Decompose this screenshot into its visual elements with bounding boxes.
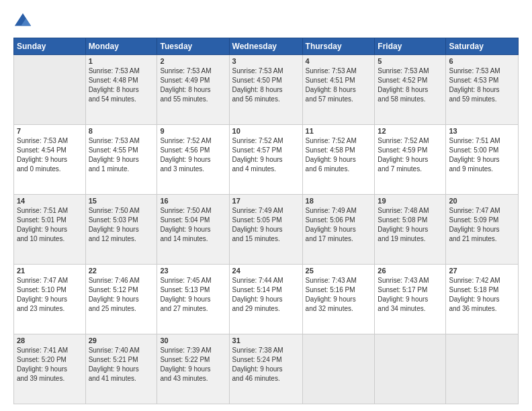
day-number: 14	[17, 197, 83, 205]
day-number: 26	[378, 267, 443, 275]
calendar-cell	[14, 55, 86, 125]
day-info: Sunrise: 7:39 AM Sunset: 5:22 PM Dayligh…	[160, 346, 226, 383]
day-info: Sunrise: 7:52 AM Sunset: 4:58 PM Dayligh…	[306, 136, 372, 174]
day-number: 19	[378, 197, 443, 205]
day-number: 11	[306, 127, 372, 135]
day-info: Sunrise: 7:50 AM Sunset: 5:03 PM Dayligh…	[89, 206, 154, 244]
day-info: Sunrise: 7:49 AM Sunset: 5:05 PM Dayligh…	[232, 206, 300, 244]
day-number: 17	[232, 197, 300, 205]
day-number: 18	[306, 197, 372, 205]
day-number: 8	[89, 127, 154, 135]
day-number: 27	[449, 267, 515, 275]
calendar-cell: 12Sunrise: 7:52 AM Sunset: 4:59 PM Dayli…	[375, 125, 446, 195]
day-info: Sunrise: 7:40 AM Sunset: 5:21 PM Dayligh…	[89, 346, 154, 383]
logo	[13, 12, 35, 31]
day-number: 20	[449, 197, 515, 205]
day-number: 30	[160, 336, 226, 345]
calendar-cell: 27Sunrise: 7:42 AM Sunset: 5:18 PM Dayli…	[446, 265, 519, 334]
calendar-body: 1Sunrise: 7:53 AM Sunset: 4:48 PM Daylig…	[14, 55, 519, 404]
calendar-cell: 25Sunrise: 7:43 AM Sunset: 5:16 PM Dayli…	[302, 265, 375, 334]
day-number: 25	[306, 267, 372, 275]
day-number: 21	[17, 267, 83, 275]
day-info: Sunrise: 7:52 AM Sunset: 4:59 PM Dayligh…	[378, 136, 443, 174]
day-info: Sunrise: 7:53 AM Sunset: 4:48 PM Dayligh…	[89, 66, 154, 104]
day-number: 9	[160, 127, 226, 135]
day-info: Sunrise: 7:48 AM Sunset: 5:08 PM Dayligh…	[378, 206, 443, 244]
day-number: 7	[17, 127, 83, 135]
day-info: Sunrise: 7:41 AM Sunset: 5:20 PM Dayligh…	[17, 346, 83, 383]
day-info: Sunrise: 7:47 AM Sunset: 5:09 PM Dayligh…	[449, 206, 515, 244]
calendar-week-row: 7Sunrise: 7:53 AM Sunset: 4:54 PM Daylig…	[14, 125, 519, 195]
calendar-week-row: 28Sunrise: 7:41 AM Sunset: 5:20 PM Dayli…	[14, 334, 519, 404]
calendar-cell	[375, 334, 446, 404]
day-number: 15	[89, 197, 154, 205]
day-info: Sunrise: 7:53 AM Sunset: 4:49 PM Dayligh…	[160, 66, 226, 104]
day-info: Sunrise: 7:43 AM Sunset: 5:17 PM Dayligh…	[378, 276, 443, 314]
day-number: 29	[89, 336, 154, 345]
day-info: Sunrise: 7:51 AM Sunset: 5:00 PM Dayligh…	[449, 136, 515, 174]
day-info: Sunrise: 7:50 AM Sunset: 5:04 PM Dayligh…	[160, 206, 226, 244]
day-info: Sunrise: 7:43 AM Sunset: 5:16 PM Dayligh…	[306, 276, 372, 314]
day-number: 24	[232, 267, 300, 275]
calendar-cell: 30Sunrise: 7:39 AM Sunset: 5:22 PM Dayli…	[157, 334, 229, 404]
logo-icon	[13, 12, 32, 31]
calendar-cell: 11Sunrise: 7:52 AM Sunset: 4:58 PM Dayli…	[302, 125, 375, 195]
day-number: 13	[449, 127, 515, 135]
calendar-cell: 6Sunrise: 7:53 AM Sunset: 4:53 PM Daylig…	[446, 55, 519, 125]
calendar-cell: 4Sunrise: 7:53 AM Sunset: 4:51 PM Daylig…	[302, 55, 375, 125]
day-number: 5	[378, 57, 443, 65]
calendar-cell: 26Sunrise: 7:43 AM Sunset: 5:17 PM Dayli…	[375, 265, 446, 334]
weekday-header: Sunday	[14, 38, 86, 55]
calendar-cell: 13Sunrise: 7:51 AM Sunset: 5:00 PM Dayli…	[446, 125, 519, 195]
weekday-header: Friday	[375, 38, 446, 55]
calendar-cell: 9Sunrise: 7:52 AM Sunset: 4:56 PM Daylig…	[157, 125, 229, 195]
calendar-cell: 7Sunrise: 7:53 AM Sunset: 4:54 PM Daylig…	[14, 125, 86, 195]
calendar-cell: 10Sunrise: 7:52 AM Sunset: 4:57 PM Dayli…	[229, 125, 302, 195]
calendar-cell: 18Sunrise: 7:49 AM Sunset: 5:06 PM Dayli…	[302, 195, 375, 265]
calendar-cell: 28Sunrise: 7:41 AM Sunset: 5:20 PM Dayli…	[14, 334, 86, 404]
calendar-cell: 3Sunrise: 7:53 AM Sunset: 4:50 PM Daylig…	[229, 55, 302, 125]
day-number: 1	[89, 57, 154, 65]
day-number: 22	[89, 267, 154, 275]
weekday-header: Saturday	[446, 38, 519, 55]
day-info: Sunrise: 7:49 AM Sunset: 5:06 PM Dayligh…	[306, 206, 372, 244]
day-number: 4	[306, 57, 372, 65]
day-number: 12	[378, 127, 443, 135]
weekday-header: Wednesday	[229, 38, 302, 55]
calendar-cell: 29Sunrise: 7:40 AM Sunset: 5:21 PM Dayli…	[85, 334, 157, 404]
calendar-week-row: 21Sunrise: 7:47 AM Sunset: 5:10 PM Dayli…	[14, 265, 519, 334]
calendar-header-row: SundayMondayTuesdayWednesdayThursdayFrid…	[14, 38, 519, 55]
day-info: Sunrise: 7:53 AM Sunset: 4:51 PM Dayligh…	[306, 66, 372, 104]
day-info: Sunrise: 7:52 AM Sunset: 4:56 PM Dayligh…	[160, 136, 226, 174]
day-info: Sunrise: 7:45 AM Sunset: 5:13 PM Dayligh…	[160, 276, 226, 314]
calendar-week-row: 1Sunrise: 7:53 AM Sunset: 4:48 PM Daylig…	[14, 55, 519, 125]
calendar-cell: 31Sunrise: 7:38 AM Sunset: 5:24 PM Dayli…	[229, 334, 302, 404]
weekday-header: Thursday	[302, 38, 375, 55]
calendar-cell: 14Sunrise: 7:51 AM Sunset: 5:01 PM Dayli…	[14, 195, 86, 265]
calendar-cell: 19Sunrise: 7:48 AM Sunset: 5:08 PM Dayli…	[375, 195, 446, 265]
day-info: Sunrise: 7:53 AM Sunset: 4:50 PM Dayligh…	[232, 66, 300, 104]
weekday-header: Monday	[85, 38, 157, 55]
calendar-cell: 24Sunrise: 7:44 AM Sunset: 5:14 PM Dayli…	[229, 265, 302, 334]
day-number: 31	[232, 336, 300, 345]
day-number: 10	[232, 127, 300, 135]
calendar-cell: 16Sunrise: 7:50 AM Sunset: 5:04 PM Dayli…	[157, 195, 229, 265]
day-number: 3	[232, 57, 300, 65]
day-info: Sunrise: 7:53 AM Sunset: 4:54 PM Dayligh…	[17, 136, 83, 174]
calendar-cell: 17Sunrise: 7:49 AM Sunset: 5:05 PM Dayli…	[229, 195, 302, 265]
weekday-header: Tuesday	[157, 38, 229, 55]
calendar-cell: 22Sunrise: 7:46 AM Sunset: 5:12 PM Dayli…	[85, 265, 157, 334]
day-number: 28	[17, 336, 83, 345]
day-number: 2	[160, 57, 226, 65]
day-info: Sunrise: 7:42 AM Sunset: 5:18 PM Dayligh…	[449, 276, 515, 314]
calendar-cell	[302, 334, 375, 404]
day-info: Sunrise: 7:44 AM Sunset: 5:14 PM Dayligh…	[232, 276, 300, 314]
day-info: Sunrise: 7:38 AM Sunset: 5:24 PM Dayligh…	[232, 346, 300, 383]
calendar-cell: 15Sunrise: 7:50 AM Sunset: 5:03 PM Dayli…	[85, 195, 157, 265]
calendar-cell: 2Sunrise: 7:53 AM Sunset: 4:49 PM Daylig…	[157, 55, 229, 125]
day-info: Sunrise: 7:53 AM Sunset: 4:53 PM Dayligh…	[449, 66, 515, 104]
calendar-cell: 5Sunrise: 7:53 AM Sunset: 4:52 PM Daylig…	[375, 55, 446, 125]
day-number: 6	[449, 57, 515, 65]
day-number: 16	[160, 197, 226, 205]
day-info: Sunrise: 7:47 AM Sunset: 5:10 PM Dayligh…	[17, 276, 83, 314]
